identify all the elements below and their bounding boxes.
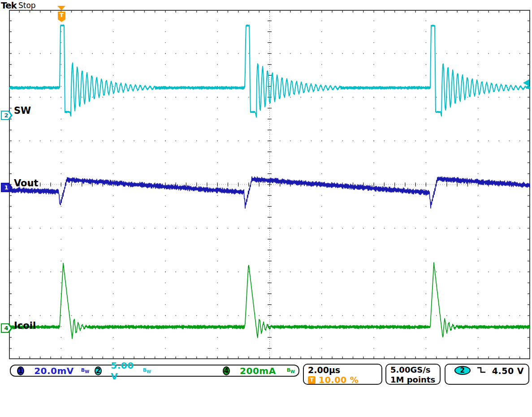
tek-logo: Tek: [1, 0, 17, 11]
ch1-position-marker: 1: [1, 183, 13, 192]
ch2-label: SW: [14, 106, 31, 116]
channel-readouts-bar: 1 20.0mV BW 2 5.00 V BW 4 200mA BW: [10, 365, 299, 377]
acquisition-status: Stop: [18, 1, 36, 10]
trigger-position-percent: 10.00 %: [319, 375, 359, 385]
timebase-scale: 2.00µs: [308, 365, 377, 375]
trigger-position-arrow-icon: [57, 6, 65, 10]
trigger-t-badge: T: [308, 376, 316, 384]
vout-trace: [9, 176, 530, 208]
ch2-scale: 5.00 V: [111, 360, 134, 382]
ch1-badge: 1: [17, 366, 24, 375]
falling-edge-icon: [477, 366, 486, 374]
ch4-scale: 200mA: [240, 365, 276, 376]
timebase-readout: 2.00µs T 10.00 %: [303, 364, 382, 385]
ch1-label: Vout: [14, 179, 39, 188]
trigger-readout: 2 4.50 V: [445, 364, 529, 385]
acquisition-readout: 5.00GS/s 1M points: [385, 364, 441, 385]
sample-rate: 5.00GS/s: [390, 365, 436, 375]
ch4-label: Icoil: [14, 321, 36, 331]
ch1-scale: 20.0mV: [34, 365, 74, 376]
trigger-level-arrow-icon: [523, 79, 529, 86]
ch4-bandwidth-limit-icon: BW: [287, 367, 295, 374]
ch4-badge: 4: [223, 366, 230, 375]
ch2-bandwidth-limit-icon: BW: [143, 367, 151, 374]
ch4-position-marker: 4: [1, 323, 13, 333]
ch2-position-marker: 2: [1, 111, 13, 120]
oscilloscope-screen: Tek Stop T 2 SW 1 Vout 4 Icoil 1 20.0mV …: [0, 0, 532, 417]
ch2-badge: 2: [95, 366, 102, 375]
trigger-level: 4.50 V: [492, 366, 524, 376]
waveform-display: [9, 10, 530, 359]
ch1-bandwidth-limit-icon: BW: [81, 367, 89, 374]
trigger-source-badge: 2: [454, 366, 471, 375]
record-length: 1M points: [390, 375, 436, 385]
